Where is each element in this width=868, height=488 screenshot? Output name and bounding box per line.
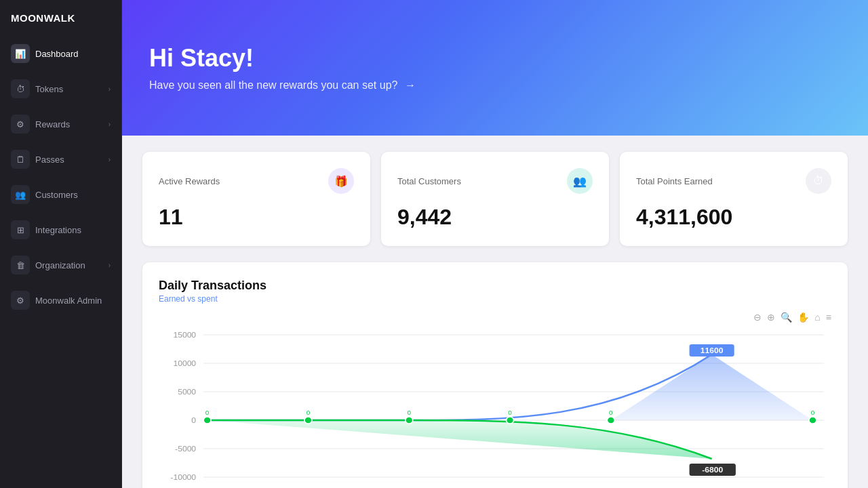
svg-text:-10000: -10000: [170, 473, 196, 481]
svg-text:15000: 15000: [173, 331, 196, 338]
total-points-value: 4,311,600: [636, 205, 831, 230]
rewards-icon: ⚙: [11, 115, 30, 134]
daily-transactions-chart: 15000 10000 5000 0 -5000 -10000 2021-03-…: [159, 328, 831, 488]
sidebar-item-integrations[interactable]: ⊞ Integrations: [0, 212, 121, 247]
total-customers-card: Total Customers 👥 9,442: [381, 152, 609, 246]
total-customers-label: Total Customers: [397, 176, 461, 186]
pan-icon[interactable]: ✋: [797, 312, 809, 323]
chevron-icon: ›: [108, 156, 111, 163]
sidebar-item-label: Organization: [35, 260, 85, 270]
chevron-icon: ›: [108, 121, 111, 128]
main-content: Hi Stacy! Have you seen all the new rewa…: [122, 0, 868, 488]
chart-container: 15000 10000 5000 0 -5000 -10000 2021-03-…: [159, 328, 831, 488]
sidebar-item-label: Moonwalk Admin: [35, 296, 102, 306]
total-points-label: Total Points Earned: [636, 176, 713, 186]
svg-text:0: 0: [191, 416, 196, 424]
passes-icon: 🗒: [11, 150, 30, 169]
svg-point-22: [507, 417, 514, 424]
stats-row: Active Rewards 🎁 11 Total Customers 👥 9,…: [122, 136, 868, 246]
zoom-out-icon[interactable]: ⊖: [753, 312, 762, 323]
svg-text:0: 0: [508, 409, 512, 415]
sidebar-item-customers[interactable]: 👥 Customers: [0, 177, 121, 212]
chevron-icon: ›: [108, 262, 111, 269]
sidebar-item-tokens[interactable]: ⏱ Tokens ›: [0, 71, 121, 106]
hero-subtitle: Have you seen all the new rewards you ca…: [149, 79, 841, 92]
admin-icon: ⚙: [11, 291, 30, 310]
chart-section: Daily Transactions Earned vs spent ⊖ ⊕ 🔍…: [142, 262, 848, 488]
total-customers-value: 9,442: [397, 205, 593, 230]
svg-text:10000: 10000: [173, 359, 196, 367]
sidebar-item-moonwalk-admin[interactable]: ⚙ Moonwalk Admin: [0, 283, 121, 318]
sidebar-item-label: Customers: [35, 190, 78, 200]
svg-text:0: 0: [811, 409, 815, 415]
chevron-icon: ›: [108, 85, 111, 93]
sidebar-item-label: Tokens: [35, 84, 63, 94]
sidebar-item-organization[interactable]: 🗑 Organization ›: [0, 247, 121, 283]
active-rewards-card: Active Rewards 🎁 11: [142, 152, 370, 246]
svg-text:-5000: -5000: [175, 445, 196, 452]
sidebar-item-label: Rewards: [35, 119, 70, 129]
active-rewards-label: Active Rewards: [159, 176, 220, 186]
card-header: Total Points Earned ⏱: [636, 168, 831, 194]
app-logo: MOONWALK: [0, 0, 121, 36]
zoom-in-icon[interactable]: ⊕: [767, 312, 775, 323]
hero-greeting: Hi Stacy!: [149, 44, 841, 73]
sidebar: MOONWALK 📊 Dashboard ⏱ Tokens › ⚙ Reward…: [0, 0, 122, 488]
tokens-icon: ⏱: [11, 79, 30, 98]
card-header: Total Customers 👥: [397, 168, 593, 194]
hero-banner: Hi Stacy! Have you seen all the new rewa…: [122, 0, 868, 136]
chart-toolbar[interactable]: ⊖ ⊕ 🔍 ✋ ⌂ ≡: [159, 312, 831, 323]
customers-icon: 👥: [11, 185, 30, 204]
sidebar-item-label: Integrations: [35, 225, 81, 235]
total-points-icon: ⏱: [806, 168, 831, 194]
svg-text:11600: 11600: [701, 346, 724, 354]
sidebar-item-rewards[interactable]: ⚙ Rewards ›: [0, 106, 121, 142]
svg-text:0: 0: [307, 409, 311, 415]
total-points-card: Total Points Earned ⏱ 4,311,600: [620, 152, 848, 246]
svg-text:0: 0: [205, 409, 210, 415]
svg-text:0: 0: [609, 409, 613, 415]
chart-title: Daily Transactions: [159, 279, 831, 293]
svg-text:-6800: -6800: [702, 466, 723, 473]
menu-icon[interactable]: ≡: [826, 312, 831, 323]
svg-text:0: 0: [407, 409, 411, 415]
svg-text:5000: 5000: [178, 388, 196, 395]
sidebar-item-dashboard[interactable]: 📊 Dashboard: [0, 36, 121, 71]
svg-point-24: [809, 417, 816, 424]
dashboard-icon: 📊: [11, 44, 30, 63]
search-icon[interactable]: 🔍: [781, 312, 792, 323]
organization-icon: 🗑: [11, 256, 30, 274]
active-rewards-value: 11: [159, 205, 354, 230]
home-icon[interactable]: ⌂: [814, 312, 820, 323]
active-rewards-icon: 🎁: [328, 168, 354, 194]
total-customers-icon: 👥: [567, 168, 593, 194]
sidebar-item-label: Passes: [35, 155, 64, 165]
card-header: Active Rewards 🎁: [159, 168, 354, 194]
svg-point-19: [203, 417, 211, 424]
integrations-icon: ⊞: [11, 220, 30, 239]
hero-arrow: →: [405, 79, 416, 91]
sidebar-item-label: Dashboard: [35, 49, 79, 59]
chart-subtitle: Earned vs spent: [159, 294, 831, 304]
svg-point-21: [406, 417, 413, 424]
svg-point-23: [607, 417, 614, 424]
sidebar-item-passes[interactable]: 🗒 Passes ›: [0, 142, 121, 177]
svg-point-20: [304, 417, 312, 424]
